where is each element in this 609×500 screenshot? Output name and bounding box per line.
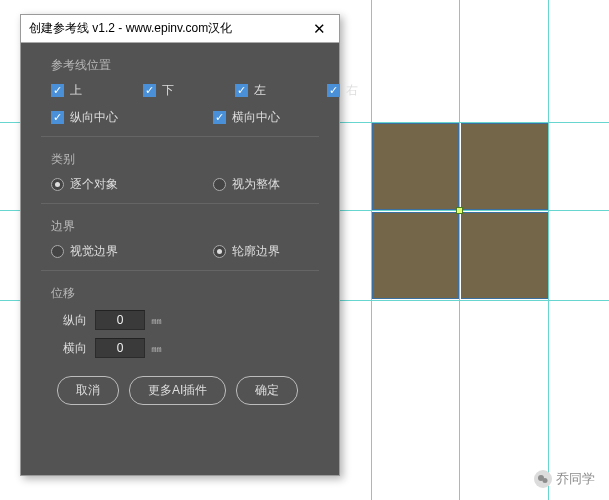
radio-outline-bounds[interactable]: 轮廓边界	[213, 243, 323, 260]
checkbox-icon	[51, 111, 64, 124]
separator	[41, 136, 319, 137]
radio-as-whole[interactable]: 视为整体	[213, 176, 323, 193]
cancel-button[interactable]: 取消	[57, 376, 119, 405]
radio-icon	[51, 245, 64, 258]
offset-horizontal-input[interactable]	[95, 338, 145, 358]
radio-label: 逐个对象	[70, 176, 118, 193]
radio-icon	[213, 245, 226, 258]
checkbox-label: 上	[70, 82, 82, 99]
shape-rect[interactable]	[461, 212, 548, 299]
radio-label: 视为整体	[232, 176, 280, 193]
wechat-icon	[534, 470, 552, 488]
checkbox-left[interactable]: 左	[235, 82, 305, 99]
svg-point-1	[543, 478, 548, 483]
checkbox-label: 纵向中心	[70, 109, 118, 126]
checkbox-icon	[143, 84, 156, 97]
checkbox-bottom[interactable]: 下	[143, 82, 213, 99]
close-icon[interactable]: ✕	[299, 15, 339, 42]
unit-label: ㎜	[151, 341, 162, 356]
checkbox-label: 右	[346, 82, 358, 99]
checkbox-right[interactable]: 右	[327, 82, 397, 99]
anchor-point[interactable]	[456, 207, 463, 214]
radio-icon	[51, 178, 64, 191]
group-label-offset: 位移	[51, 285, 319, 302]
checkbox-icon	[235, 84, 248, 97]
radio-visual-bounds[interactable]: 视觉边界	[51, 243, 191, 260]
radio-icon	[213, 178, 226, 191]
group-label-bounds: 边界	[51, 218, 319, 235]
ok-button[interactable]: 确定	[236, 376, 298, 405]
radio-label: 视觉边界	[70, 243, 118, 260]
checkbox-label: 下	[162, 82, 174, 99]
group-label-category: 类别	[51, 151, 319, 168]
dialog-title: 创建参考线 v1.2 - www.epinv.com汉化	[29, 20, 299, 37]
create-guides-dialog: 创建参考线 v1.2 - www.epinv.com汉化 ✕ 参考线位置 上 下…	[20, 14, 340, 476]
checkbox-label: 横向中心	[232, 109, 280, 126]
radio-label: 轮廓边界	[232, 243, 280, 260]
offset-vertical-label: 纵向	[51, 312, 87, 329]
offset-horizontal-label: 横向	[51, 340, 87, 357]
shape-rect[interactable]	[372, 212, 459, 299]
guide-vertical	[459, 0, 460, 500]
unit-label: ㎜	[151, 313, 162, 328]
titlebar[interactable]: 创建参考线 v1.2 - www.epinv.com汉化 ✕	[21, 15, 339, 43]
guide-vertical	[548, 0, 549, 500]
checkbox-icon	[51, 84, 64, 97]
shape-rect[interactable]	[461, 123, 548, 210]
checkbox-label: 左	[254, 82, 266, 99]
watermark-text: 乔同学	[556, 470, 595, 488]
radio-each-object[interactable]: 逐个对象	[51, 176, 191, 193]
watermark: 乔同学	[534, 470, 595, 488]
checkbox-vcenter[interactable]: 纵向中心	[51, 109, 191, 126]
group-label-position: 参考线位置	[51, 57, 319, 74]
checkbox-icon	[213, 111, 226, 124]
checkbox-icon	[327, 84, 340, 97]
separator	[41, 203, 319, 204]
separator	[41, 270, 319, 271]
checkbox-hcenter[interactable]: 横向中心	[213, 109, 323, 126]
shape-rect[interactable]	[372, 123, 459, 210]
checkbox-top[interactable]: 上	[51, 82, 121, 99]
more-plugins-button[interactable]: 更多AI插件	[129, 376, 226, 405]
offset-vertical-input[interactable]	[95, 310, 145, 330]
